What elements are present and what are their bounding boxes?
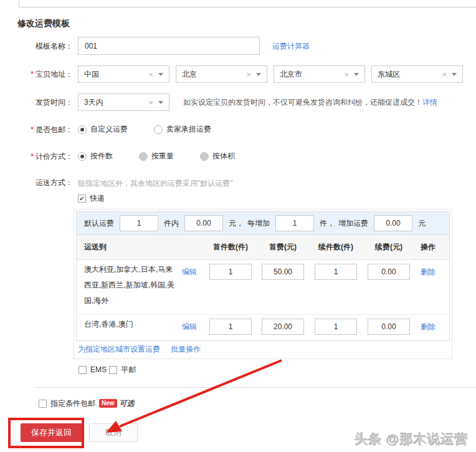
free-shipping-row: *是否包邮： 自定义运费 卖家承担运费 xyxy=(0,124,476,135)
previous-section-edge xyxy=(19,0,476,7)
radio-by-weight: 按重量 xyxy=(139,151,174,161)
radio-custom-fee[interactable]: 自定义运费 xyxy=(78,124,128,135)
conditional-free-label: 指定条件包邮 xyxy=(50,398,95,409)
first-qty-input[interactable] xyxy=(209,264,252,280)
template-name-input[interactable] xyxy=(78,37,260,55)
delete-link[interactable]: 删除 xyxy=(421,322,436,332)
fee-calculator-link[interactable]: 运费计算器 xyxy=(272,37,310,55)
fee-panel-links: 为指定地区城市设置运费 批量操作 xyxy=(74,341,452,358)
table-row: 台湾,香港,澳门 编辑 删除 xyxy=(77,315,449,340)
next-fee-input[interactable] xyxy=(368,264,410,280)
delivery-time-select[interactable]: 3天内 × xyxy=(78,94,169,111)
surface-mail-checkbox[interactable]: 平邮 xyxy=(109,365,136,375)
item-address-row: *宝贝地址： 中国 × 北京 × 北京市 × 东城区 × xyxy=(0,65,476,83)
item-address-label: *宝贝地址： xyxy=(0,65,78,83)
clear-icon[interactable]: × xyxy=(246,70,251,79)
conditional-free-shipping-row: 指定条件包邮 New 可选 xyxy=(39,398,476,409)
checkbox-unchecked-icon[interactable] xyxy=(39,400,47,408)
first-fee-input[interactable] xyxy=(262,264,304,280)
radio-selected-icon[interactable] xyxy=(78,152,87,161)
radio-disabled-icon xyxy=(200,152,209,161)
radio-by-piece[interactable]: 按件数 xyxy=(78,151,113,161)
default-within-qty-input[interactable] xyxy=(120,215,158,231)
radio-selected-icon[interactable] xyxy=(78,125,87,134)
express-checkbox[interactable]: 快递 xyxy=(78,193,105,204)
clear-icon[interactable]: × xyxy=(148,99,153,107)
page-title: 修改运费模板 xyxy=(17,18,476,29)
delivery-time-row: 发货时间： 3天内 × 如实设定宝贝的发货时间，不仅可避免发货咨询和纠纷，还能促… xyxy=(0,94,476,111)
fee-table-header: 运送到 首件数(件) 首费(元) 续件数(件) 续费(元) 操作 xyxy=(77,235,449,260)
template-name-row: 模板名称： 运费计算器 xyxy=(0,37,476,55)
radio-seller-pays[interactable]: 卖家承担运费 xyxy=(154,124,211,135)
default-add-qty-input[interactable] xyxy=(275,215,314,231)
chevron-down-icon xyxy=(452,73,457,76)
first-fee-input[interactable] xyxy=(262,319,304,335)
save-and-return-button[interactable]: 保存并返回 xyxy=(21,423,82,442)
chevron-down-icon xyxy=(158,73,163,76)
address-select-city[interactable]: 北京市 × xyxy=(274,65,365,83)
next-qty-input[interactable] xyxy=(315,319,357,335)
edit-link[interactable]: 编辑 xyxy=(182,322,197,332)
edit-link[interactable]: 编辑 xyxy=(182,267,197,277)
chevron-down-icon xyxy=(256,73,261,76)
shipping-method-label: 运送方式： xyxy=(0,178,78,188)
set-city-fee-link[interactable]: 为指定地区城市设置运费 xyxy=(78,345,160,353)
radio-disabled-icon xyxy=(139,152,148,161)
radio-by-volume: 按体积 xyxy=(200,151,235,161)
shipping-method-content: 除指定地区外，其余地区的运费采用"默认运费" 快递 默认运费 件内 元， 每增加 xyxy=(78,178,452,376)
fee-box: 默认运费 件内 元， 每增加 件， 增加运费 元 运送到 xyxy=(76,211,450,341)
default-add-fee-input[interactable] xyxy=(374,215,412,231)
checkbox-unchecked-icon[interactable] xyxy=(109,366,117,374)
delete-link[interactable]: 删除 xyxy=(421,267,436,277)
address-select-country[interactable]: 中国 × xyxy=(78,65,169,83)
default-fee-note: 除指定地区外，其余地区的运费采用"默认运费" xyxy=(78,178,452,188)
pricing-method-row: *计价方式： 按件数 按重量 按体积 xyxy=(0,151,476,161)
chevron-down-icon xyxy=(158,101,163,104)
shipping-method-row: 运送方式： 除指定地区外，其余地区的运费采用"默认运费" 快递 默认运费 件内 … xyxy=(0,178,476,376)
delivery-time-note: 如实设定宝贝的发货时间，不仅可避免发货咨询和纠纷，还能促进成交！详情 xyxy=(183,94,437,111)
clear-icon[interactable]: × xyxy=(442,70,447,79)
delivery-time-label: 发货时间： xyxy=(0,94,78,111)
table-row: 澳大利亚,加拿大,日本,马来西亚,新西兰,新加坡,韩国,美国,海外 编辑 删除 xyxy=(77,260,449,315)
new-badge: New xyxy=(99,399,117,408)
clear-icon[interactable]: × xyxy=(344,70,349,79)
shipping-area-text: 澳大利亚,加拿大,日本,马来西亚,新西兰,新加坡,韩国,美国,海外 xyxy=(77,260,175,314)
batch-operation-link[interactable]: 批量操作 xyxy=(171,345,201,353)
ems-checkbox[interactable]: EMS xyxy=(79,365,107,374)
shipping-area-text: 台湾,香港,澳门 xyxy=(77,315,175,340)
required-asterisk: * xyxy=(31,152,34,161)
checkbox-unchecked-icon[interactable] xyxy=(79,366,87,374)
express-fee-panel: 默认运费 件内 元， 每增加 件， 增加运费 元 运送到 xyxy=(74,209,452,359)
edit-shipping-template-page: 修改运费模板 模板名称： 运费计算器 *宝贝地址： 中国 × 北京 × 北京市 … xyxy=(0,0,476,442)
first-qty-input[interactable] xyxy=(209,319,252,335)
address-select-province[interactable]: 北京 × xyxy=(176,65,267,83)
template-name-label: 模板名称： xyxy=(0,37,78,55)
default-fee-row: 默认运费 件内 元， 每增加 件， 增加运费 元 xyxy=(77,212,449,235)
free-shipping-label: *是否包邮： xyxy=(0,125,78,135)
details-link[interactable]: 详情 xyxy=(422,98,437,107)
clear-icon[interactable]: × xyxy=(148,70,153,79)
cancel-button[interactable]: 取消 xyxy=(89,423,138,442)
checkbox-checked-icon[interactable] xyxy=(78,195,86,203)
watermark-text: 头条 @那木说运营 xyxy=(355,431,469,448)
default-fee-input[interactable] xyxy=(184,215,223,231)
address-select-district[interactable]: 东城区 × xyxy=(371,65,463,83)
required-asterisk: * xyxy=(31,70,34,79)
pricing-method-label: *计价方式： xyxy=(0,151,78,161)
next-fee-input[interactable] xyxy=(368,319,410,335)
next-qty-input[interactable] xyxy=(315,264,357,280)
radio-unselected-icon[interactable] xyxy=(154,125,163,134)
chevron-down-icon xyxy=(354,73,359,76)
section-divider xyxy=(36,387,476,388)
optional-text: 可选 xyxy=(120,398,135,409)
required-asterisk: * xyxy=(31,125,34,134)
